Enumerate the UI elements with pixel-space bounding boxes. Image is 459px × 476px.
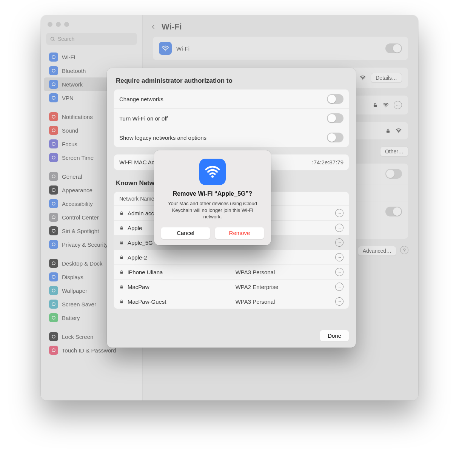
svg-point-36 bbox=[211, 175, 214, 178]
alert-title: Remove Wi-Fi “Apple_5G”? bbox=[173, 190, 253, 197]
remove-confirm-dialog: Remove Wi-Fi “Apple_5G”? Your Mac and ot… bbox=[154, 150, 271, 245]
settings-window: Search Wi-FiBluetoothNetworkVPNNotificat… bbox=[41, 15, 418, 400]
cancel-button[interactable]: Cancel bbox=[161, 227, 210, 239]
remove-button[interactable]: Remove bbox=[215, 227, 264, 239]
wifi-app-icon bbox=[199, 159, 226, 185]
alert-body: Your Mac and other devices using iCloud … bbox=[161, 200, 264, 220]
